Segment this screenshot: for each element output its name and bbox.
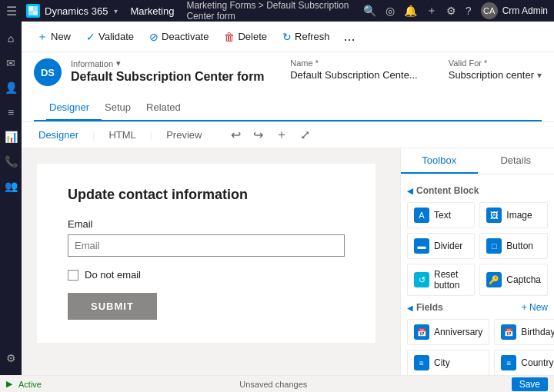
do-not-email-label: Do not email — [85, 269, 141, 281]
valid-for-value[interactable]: Subscription center — [449, 69, 534, 81]
hamburger-icon[interactable]: ☰ — [6, 4, 17, 18]
button-icon: □ — [486, 238, 502, 254]
toolbox-image[interactable]: 🖼 Image — [479, 202, 548, 228]
valid-for-label: Valid For * — [449, 58, 542, 68]
fullscreen-button[interactable]: ⤢ — [297, 126, 313, 144]
toolbox-tab-toolbox[interactable]: Toolbox — [401, 148, 478, 174]
toolbox-text[interactable]: A Text — [407, 202, 475, 228]
do-not-email-checkbox[interactable] — [68, 270, 78, 281]
user-name: Crm Admin — [502, 5, 548, 16]
plus-icon[interactable]: ＋ — [426, 4, 437, 18]
nav-icons: 🔍 ◎ 🔔 ＋ ⚙ ? CA Crm Admin — [363, 2, 548, 19]
record-info: Information ▾ Default Subscription Cente… — [71, 58, 265, 84]
valid-for-field-group: Valid For * Subscription center ▾ — [449, 58, 542, 81]
reset-button-icon: ↺ — [414, 272, 429, 287]
toolbox-birthday[interactable]: 📅 Birthday — [494, 319, 554, 345]
settings-icon[interactable]: ⚙ — [446, 5, 456, 17]
email-input[interactable] — [68, 234, 345, 257]
designer-view-tab[interactable]: Designer — [31, 126, 86, 144]
add-button[interactable]: ＋ — [272, 125, 291, 145]
sidebar-item-contacts[interactable]: 👤 — [0, 77, 22, 98]
email-label: Email — [68, 218, 345, 230]
refresh-button[interactable]: ↻ Refresh — [276, 28, 336, 46]
fields-header: Fields — [416, 302, 443, 313]
deactivate-button[interactable]: ⊘ Deactivate — [143, 28, 215, 46]
text-icon: A — [414, 208, 429, 223]
delete-icon: 🗑 — [224, 31, 235, 43]
form-title: Update contact information — [68, 187, 345, 203]
user-menu[interactable]: CA Crm Admin — [481, 2, 548, 19]
save-button[interactable]: Save — [512, 377, 548, 391]
preview-view-tab[interactable]: Preview — [159, 126, 209, 144]
toolbox-captcha[interactable]: 🔑 Captcha — [479, 264, 548, 296]
sidebar-item-home[interactable]: ⌂ — [0, 28, 22, 49]
status-label: Active — [18, 380, 42, 389]
tab-related[interactable]: Related — [143, 95, 193, 121]
html-view-tab[interactable]: HTML — [101, 126, 143, 144]
toolbox-country[interactable]: ≡ Country — [494, 350, 554, 376]
search-icon[interactable]: 🔍 — [363, 5, 376, 17]
app-logo-icon — [26, 4, 40, 18]
toolbox-city[interactable]: ≡ City — [407, 350, 489, 376]
status-play-icon: ▶ — [6, 379, 12, 389]
redo-button[interactable]: ↪ — [250, 126, 266, 144]
tabs-bar: Designer Setup Related — [34, 95, 542, 121]
toolbox-divider[interactable]: ▬ Divider — [407, 233, 475, 259]
sidebar-item-email[interactable]: ✉ — [0, 52, 22, 74]
toolbox-button[interactable]: □ Button — [479, 233, 548, 259]
new-button[interactable]: ＋ New — [31, 27, 77, 47]
help-circle-icon[interactable]: ◎ — [385, 5, 395, 17]
birthday-icon: 📅 — [501, 324, 516, 340]
anniversary-icon: 📅 — [414, 324, 429, 340]
new-icon: ＋ — [37, 30, 48, 44]
fields-new-link[interactable]: + New — [522, 302, 548, 313]
sidebar-item-list[interactable]: ≡ — [0, 101, 22, 123]
sidebar-item-user[interactable]: 👥 — [0, 175, 22, 197]
sidebar-item-settings[interactable]: ⚙ — [0, 347, 22, 369]
validate-button[interactable]: ✓ Validate — [80, 28, 140, 46]
toolbox-reset-button[interactable]: ↺ Reset button — [407, 264, 475, 296]
bell-icon[interactable]: 🔔 — [404, 5, 417, 17]
content-block-collapse[interactable]: ◀ — [407, 187, 413, 195]
do-not-email-row: Do not email — [68, 269, 345, 281]
designer-split: Update contact information Email Do not … — [22, 148, 554, 392]
image-icon: 🖼 — [486, 208, 502, 223]
content-block-grid: A Text 🖼 Image ▬ Divider □ — [407, 202, 548, 296]
tab-setup[interactable]: Setup — [102, 95, 143, 121]
toolbox-tab-details[interactable]: Details — [478, 148, 555, 174]
designer-area: Designer | HTML | Preview ↩ ↪ ＋ ⤢ Update… — [22, 122, 554, 392]
divider-icon: ▬ — [414, 238, 429, 254]
toolbox-anniversary[interactable]: 📅 Anniversary — [407, 319, 489, 345]
record-title: Default Subscription Center form — [71, 70, 265, 84]
validate-icon: ✓ — [86, 31, 95, 43]
app-logo: Dynamics 365 ▾ — [26, 4, 118, 18]
form-canvas: Update contact information Email Do not … — [22, 148, 400, 392]
delete-button[interactable]: 🗑 Delete — [218, 28, 273, 46]
more-button[interactable]: ... — [339, 25, 360, 48]
user-avatar-icon: CA — [481, 2, 498, 19]
form-inner: Update contact information Email Do not … — [37, 164, 375, 343]
nav-section: Marketing — [130, 5, 174, 17]
category-chevron[interactable]: ▾ — [116, 58, 121, 68]
name-field-group: Name * Default Subscription Cente... — [290, 58, 417, 81]
question-icon[interactable]: ? — [466, 5, 472, 17]
valid-for-chevron[interactable]: ▾ — [537, 70, 542, 81]
tab-designer[interactable]: Designer — [46, 95, 102, 121]
record-header: DS Information ▾ Default Subscription Ce… — [22, 52, 554, 122]
svg-rect-1 — [33, 6, 38, 11]
fields-collapse[interactable]: ◀ — [407, 304, 413, 312]
svg-rect-0 — [28, 6, 33, 11]
undo-button[interactable]: ↩ — [228, 126, 244, 144]
svg-rect-2 — [28, 11, 33, 15]
left-sidebar: ⌂ ✉ 👤 ≡ 📊 📞 👥 ⚙ — [0, 22, 22, 375]
sidebar-item-chart[interactable]: 📊 — [0, 126, 22, 148]
breadcrumb: Marketing Forms > Default Subscription C… — [186, 0, 356, 22]
submit-button[interactable]: SUBMIT — [68, 293, 157, 320]
svg-rect-3 — [33, 11, 38, 15]
status-bar: ▶ Active Unsaved changes Save — [0, 375, 554, 392]
name-value[interactable]: Default Subscription Cente... — [290, 69, 417, 81]
content-block-header: ◀ Content Block — [407, 185, 548, 196]
unsaved-label: Unsaved changes — [239, 380, 307, 389]
record-fields: Name * Default Subscription Cente... Val… — [290, 58, 542, 81]
sidebar-item-phone[interactable]: 📞 — [0, 151, 22, 172]
